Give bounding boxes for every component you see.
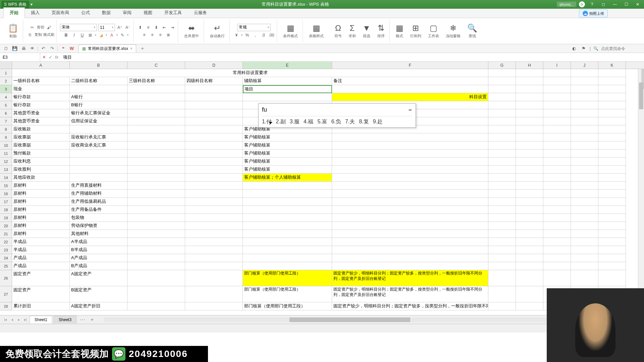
cell[interactable] — [598, 254, 626, 262]
col-header[interactable]: J — [571, 62, 598, 69]
cell[interactable] — [332, 238, 488, 246]
cell[interactable] — [127, 230, 185, 238]
cell[interactable] — [598, 182, 626, 190]
cell[interactable] — [332, 246, 488, 254]
row-header[interactable]: 27 — [0, 286, 12, 302]
cell[interactable] — [185, 149, 243, 158]
cell[interactable] — [185, 198, 243, 206]
paste-button[interactable]: 📋粘贴 — [5, 22, 21, 40]
cell[interactable]: 四级科目名称 — [185, 77, 243, 85]
cell[interactable] — [127, 222, 185, 230]
cell[interactable] — [543, 77, 571, 85]
cell[interactable] — [127, 182, 185, 190]
cell[interactable]: 固定资产 — [12, 270, 70, 286]
tab-add-button[interactable]: + — [138, 46, 147, 52]
cell[interactable] — [571, 101, 598, 109]
cell[interactable] — [243, 198, 332, 206]
cell[interactable] — [185, 230, 243, 238]
cell[interactable] — [571, 93, 598, 101]
cell[interactable] — [598, 117, 626, 125]
cell[interactable] — [332, 166, 488, 174]
copy-icon[interactable]: ⎘ — [26, 32, 33, 38]
cell[interactable] — [488, 230, 516, 238]
cut-icon[interactable]: ✂ — [29, 24, 36, 31]
cell[interactable]: 其他货币资金 — [12, 109, 70, 117]
size-select[interactable]: 11▾ — [98, 24, 115, 31]
row-header[interactable]: 14 — [0, 174, 12, 182]
cell[interactable] — [571, 133, 598, 141]
cell[interactable] — [488, 190, 516, 198]
cell[interactable]: B半成品 — [70, 246, 127, 254]
cell[interactable] — [543, 270, 571, 286]
cell[interactable] — [543, 214, 571, 222]
row-header[interactable]: 25 — [0, 262, 12, 270]
cell[interactable] — [332, 230, 488, 238]
cell[interactable] — [488, 85, 516, 93]
cell[interactable]: 应收账款 — [12, 125, 70, 133]
cell[interactable] — [543, 254, 571, 262]
mode-icon[interactable]: ◐ — [571, 45, 578, 52]
tab-insert[interactable]: 插入 — [25, 8, 46, 18]
cell[interactable] — [243, 214, 332, 222]
sheet-tab[interactable]: Sheet1 — [30, 316, 52, 323]
cell[interactable] — [571, 262, 598, 270]
cell[interactable] — [598, 125, 626, 133]
close-button[interactable]: ✕ — [633, 1, 642, 7]
row-header[interactable]: 1 — [0, 69, 12, 77]
cell[interactable] — [571, 206, 598, 214]
cell[interactable] — [516, 254, 543, 262]
cell[interactable] — [516, 69, 543, 77]
cell[interactable] — [543, 93, 571, 101]
quote-icon[interactable]: ❝ — [60, 45, 66, 52]
cell[interactable] — [488, 222, 516, 230]
cell[interactable] — [543, 149, 571, 158]
sheet-last-icon[interactable]: ▸| — [23, 317, 28, 322]
cell[interactable] — [185, 166, 243, 174]
cell[interactable]: 原材料 — [12, 222, 70, 230]
cell[interactable] — [185, 222, 243, 230]
cell[interactable] — [571, 85, 598, 93]
cell[interactable] — [488, 182, 516, 190]
cell[interactable] — [571, 158, 598, 166]
cell[interactable] — [516, 214, 543, 222]
redo-icon[interactable]: ↷ — [49, 45, 55, 52]
cell[interactable] — [571, 214, 598, 222]
cell[interactable] — [243, 222, 332, 230]
cell[interactable] — [516, 270, 543, 286]
cell[interactable]: 固定资产 — [12, 286, 70, 302]
sheet-prev-icon[interactable]: ◂ — [9, 317, 15, 322]
cell[interactable]: 一级科目名称 — [12, 77, 70, 85]
cell[interactable]: 应收利息 — [12, 158, 70, 166]
indent-inc-icon[interactable]: ⇥ — [169, 24, 176, 31]
align-left-icon[interactable]: ≡ — [141, 32, 148, 38]
cell[interactable] — [243, 190, 332, 198]
undo-icon[interactable]: ↶ — [40, 45, 47, 52]
ime-candidate[interactable]: 7.夫 — [345, 118, 355, 125]
ime-candidate[interactable]: 8.复 — [359, 118, 369, 125]
cell[interactable]: 客户辅助核算 — [243, 141, 332, 149]
cell[interactable] — [488, 141, 516, 149]
cell[interactable] — [516, 206, 543, 214]
cell[interactable]: 应收票据 — [12, 141, 70, 149]
fx-icon[interactable]: fx — [55, 55, 58, 60]
cell[interactable] — [332, 182, 488, 190]
preview-icon[interactable]: 👁 — [29, 45, 36, 52]
cell[interactable]: 部门核算（使用部门使用工段） — [243, 286, 332, 302]
cell[interactable]: 客户辅助核算 — [243, 133, 332, 141]
sheet-tab[interactable]: Sheet3 — [54, 316, 76, 323]
cell[interactable] — [127, 141, 185, 149]
cell[interactable] — [332, 190, 488, 198]
cell[interactable]: 科目设置 — [332, 93, 488, 101]
cell[interactable] — [598, 270, 626, 286]
italic-button[interactable]: I — [71, 32, 77, 39]
ime-candidate[interactable]: 6.负 — [331, 118, 341, 125]
col-header[interactable]: B — [70, 62, 127, 69]
cell[interactable] — [70, 174, 127, 182]
cell[interactable] — [70, 158, 127, 166]
cell[interactable] — [332, 133, 488, 141]
cell[interactable] — [332, 254, 488, 262]
cell[interactable] — [332, 214, 488, 222]
cell[interactable]: 二级科目名称 — [70, 77, 127, 85]
cell[interactable] — [488, 117, 516, 125]
cell[interactable] — [571, 77, 598, 85]
